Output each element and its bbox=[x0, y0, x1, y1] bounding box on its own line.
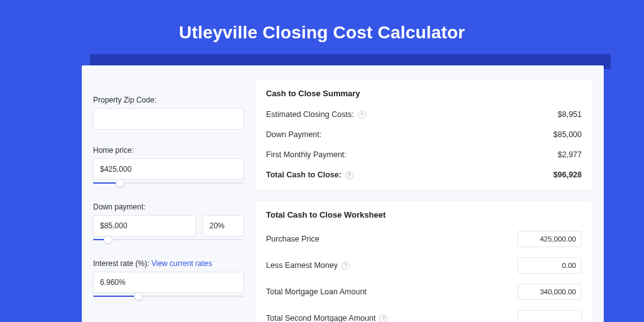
help-icon[interactable]: ? bbox=[341, 262, 350, 270]
summary-down-payment: Down Payment: $85,000 bbox=[266, 125, 582, 145]
interest-group: Interest rate (%): View current rates 6.… bbox=[93, 259, 244, 308]
zip-input[interactable] bbox=[93, 108, 244, 130]
ws-loan-amount-label: Total Mortgage Loan Amount bbox=[266, 287, 367, 296]
home-price-input[interactable]: $425,000 bbox=[93, 158, 244, 180]
interest-label-text: Interest rate (%): bbox=[93, 259, 152, 268]
ws-earnest-label: Less Earnest Money bbox=[266, 261, 338, 270]
inputs-column: Property Zip Code: Home price: $425,000 … bbox=[93, 79, 244, 322]
down-payment-group: Down payment: $85,000 20% bbox=[93, 203, 244, 252]
interest-input[interactable]: 6.960% bbox=[93, 272, 244, 293]
summary-total-cash-value: $96,928 bbox=[553, 170, 582, 179]
ws-earnest-value[interactable]: 0.00 bbox=[518, 257, 582, 274]
summary-first-monthly-value: $2,977 bbox=[558, 150, 582, 159]
summary-closing-costs-value: $8,951 bbox=[558, 110, 582, 119]
ws-second-mortgage-label: Total Second Mortgage Amount bbox=[266, 314, 375, 322]
view-rates-link[interactable]: View current rates bbox=[152, 259, 213, 268]
page-title: Utleyville Closing Cost Calculator bbox=[0, 0, 644, 43]
summary-first-monthly: First Monthly Payment: $2,977 bbox=[266, 145, 582, 165]
ws-purchase-price-value[interactable]: 425,000.00 bbox=[518, 231, 582, 247]
down-payment-slider[interactable] bbox=[93, 235, 244, 244]
home-price-group: Home price: $425,000 bbox=[93, 146, 244, 195]
slider-thumb[interactable] bbox=[104, 235, 113, 244]
summary-heading: Cash to Close Summary bbox=[266, 89, 582, 98]
summary-total-cash: Total Cash to Close: ? $96,928 bbox=[266, 165, 582, 185]
slider-thumb[interactable] bbox=[116, 179, 125, 187]
interest-label: Interest rate (%): View current rates bbox=[93, 259, 244, 268]
summary-first-monthly-label: First Monthly Payment: bbox=[266, 150, 347, 159]
ws-second-mortgage-value[interactable] bbox=[518, 310, 582, 322]
interest-slider[interactable] bbox=[93, 292, 244, 301]
home-price-slider[interactable] bbox=[93, 179, 244, 187]
summary-down-payment-value: $85,000 bbox=[553, 130, 582, 139]
zip-group: Property Zip Code: bbox=[93, 96, 244, 130]
worksheet-panel: Total Cash to Close Worksheet Purchase P… bbox=[255, 201, 592, 322]
results-column: Cash to Close Summary Estimated Closing … bbox=[255, 79, 592, 322]
summary-closing-costs: Estimated Closing Costs: ? $8,951 bbox=[266, 104, 582, 125]
ws-loan-amount: Total Mortgage Loan Amount 340,000.00 bbox=[266, 279, 582, 305]
help-icon[interactable]: ? bbox=[358, 111, 366, 119]
ws-earnest: Less Earnest Money ? 0.00 bbox=[266, 252, 582, 279]
summary-down-payment-label: Down Payment: bbox=[266, 130, 321, 139]
ws-purchase-price-label: Purchase Price bbox=[266, 235, 319, 243]
slider-track bbox=[93, 239, 244, 240]
down-payment-input[interactable]: $85,000 bbox=[93, 215, 196, 236]
summary-closing-costs-label: Estimated Closing Costs: bbox=[266, 110, 354, 119]
summary-panel: Cash to Close Summary Estimated Closing … bbox=[255, 79, 592, 191]
help-icon[interactable]: ? bbox=[345, 171, 353, 179]
calculator-card: Property Zip Code: Home price: $425,000 … bbox=[82, 65, 604, 322]
home-price-label: Home price: bbox=[93, 146, 244, 155]
zip-label: Property Zip Code: bbox=[93, 96, 244, 104]
down-payment-label: Down payment: bbox=[93, 203, 244, 211]
ws-second-mortgage: Total Second Mortgage Amount ? bbox=[266, 305, 582, 322]
slider-thumb[interactable] bbox=[134, 292, 143, 301]
slider-fill bbox=[93, 296, 138, 297]
help-icon[interactable]: ? bbox=[379, 314, 387, 323]
ws-purchase-price: Purchase Price 425,000.00 bbox=[266, 226, 582, 252]
summary-total-cash-label: Total Cash to Close: bbox=[266, 170, 341, 179]
worksheet-heading: Total Cash to Close Worksheet bbox=[266, 210, 582, 219]
down-payment-pct-input[interactable]: 20% bbox=[203, 215, 244, 236]
ws-loan-amount-value[interactable]: 340,000.00 bbox=[518, 284, 582, 300]
